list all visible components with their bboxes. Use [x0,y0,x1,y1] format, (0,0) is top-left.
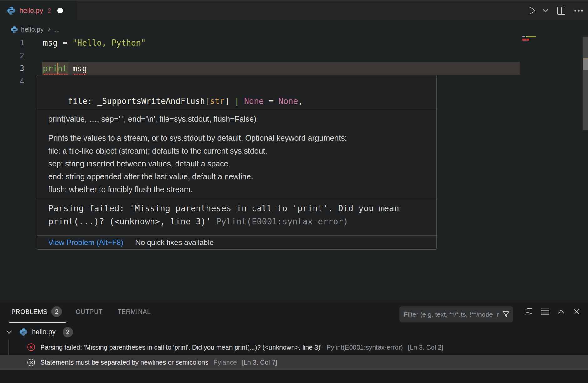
docs-line: Prints the values to a stream, or to sys… [48,132,425,145]
chevron-right-icon [47,27,51,32]
hover-signature: file: _SupportsWriteAndFlush[str] | None… [37,75,436,108]
print-summary: print(value, …, sep=' ', end='\n', file=… [48,113,425,125]
docs-line: sep: string inserted between values, def… [48,157,425,170]
file-problems-badge: 2 [63,327,73,337]
more-actions-button[interactable] [574,9,584,12]
code-line-3[interactable]: 3 print msg [0,62,588,75]
hover-diagnostic: Parsing failed: 'Missing parentheses in … [37,198,436,235]
line-number-active: 3 [0,64,24,73]
filter-funnel-icon [502,310,510,318]
tab-hello-py[interactable]: hello.py 2 [0,1,77,21]
problem-source: Pylance [213,359,237,366]
tab-filename: hello.py [19,7,43,15]
tab-problems[interactable]: PROBLEMS [11,308,48,315]
problem-message: Statements must be separated by newlines… [40,359,208,366]
problem-row-2-selected[interactable]: Statements must be separated by newlines… [0,355,588,370]
problems-count-badge: 2 [51,306,62,317]
tab-problem-count: 2 [48,7,51,14]
line-number: 4 [0,77,24,86]
python-icon [11,26,18,33]
problems-file-row[interactable]: hello.py 2 [0,324,588,340]
minimap-line1-code [522,36,525,37]
problem-position: [Ln 3, Col 2] [408,344,443,351]
breadcrumb: hello.py ... [11,24,60,35]
error-squiggle-msg [73,73,88,75]
no-quick-fixes-label: No quick fixes available [135,238,214,247]
view-problem-link[interactable]: View Problem (Alt+F8) [48,238,123,247]
error-icon [27,358,35,367]
hover-actions: View Problem (Alt+F8) No quick fixes ava… [37,236,436,249]
python-icon [7,6,16,15]
error-icon [27,343,35,351]
editor-tab-bar: hello.py 2 [0,0,588,20]
view-mode-button[interactable] [541,308,549,315]
code-line-1[interactable]: 1 msg = "Hello, Python" [0,36,588,49]
docs-line: file: a file-like object (stream); defau… [48,145,425,157]
docs-line: end: string appended after the last valu… [48,170,425,183]
problems-file-name: hello.py [32,328,56,336]
tab-terminal[interactable]: TERMINAL [118,308,151,315]
diagnostic-source: Pylint(E0001:syntax-error) [216,217,348,226]
active-tab-underline [9,322,66,323]
run-dropdown-chevron-icon[interactable] [542,8,549,13]
collapse-all-button[interactable] [524,307,533,316]
minimap-line1-string [526,36,536,37]
bottom-panel: PROBLEMS 2 OUTPUT TERMINAL [0,301,588,383]
filter-input[interactable] [399,306,499,322]
minimap-error-msg [526,39,529,41]
problem-message: Parsing failed: 'Missing parentheses in … [40,344,321,351]
close-panel-button[interactable] [573,308,580,315]
run-button[interactable] [528,6,537,15]
problem-row-1[interactable]: Parsing failed: 'Missing parentheses in … [0,340,588,355]
signature-line-clipped: file: _SupportsWriteAndFlush[str] | None… [48,95,436,108]
problems-filter [399,306,513,322]
modified-dot-icon[interactable] [57,8,63,13]
tab-output[interactable]: OUTPUT [76,308,103,315]
breadcrumb-file[interactable]: hello.py [21,26,43,33]
split-editor-button[interactable] [557,6,566,15]
maximize-panel-button[interactable] [557,309,565,314]
minimap-error-print [522,39,526,41]
breadcrumb-tail[interactable]: ... [54,26,60,33]
line-number: 1 [0,38,24,47]
scrollbar-thumb[interactable] [583,59,588,70]
hover-docs: print(value, …, sep=' ', end='\n', file=… [37,108,436,198]
error-squiggle-print [43,73,68,75]
line-number: 2 [0,51,24,60]
docs-line: flush: whether to forcibly flush the str… [48,183,425,196]
chevron-down-icon[interactable] [6,330,13,334]
problem-source: Pylint(E0001:syntax-error) [326,344,403,351]
code-line-2[interactable]: 2 [0,49,588,62]
hover-tooltip: file: _SupportsWriteAndFlush[str] | None… [37,75,437,250]
editor-scrollbar[interactable] [583,37,588,130]
python-icon [19,328,28,336]
problem-position: [Ln 3, Col 7] [242,359,277,366]
